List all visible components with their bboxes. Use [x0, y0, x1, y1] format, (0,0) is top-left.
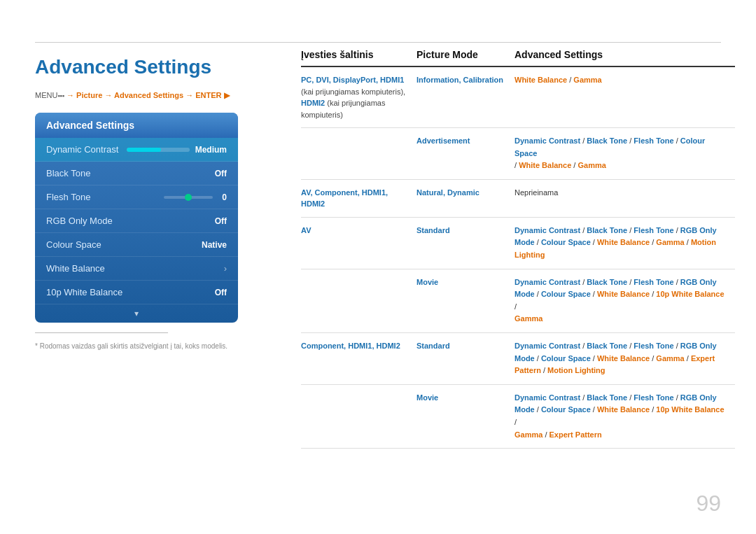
mode-info-calibration: Information, Calibration — [416, 74, 514, 86]
breadcrumb: MENU▪▪▪ → Picture → Advanced Settings → … — [35, 91, 273, 100]
table-row-av-standard: AV Standard Dynamic Contrast / Black Ton… — [301, 218, 735, 269]
settings-component-movie: Dynamic Contrast / Black Tone / Flesh To… — [514, 392, 735, 441]
mode-standard-av: Standard — [416, 225, 514, 237]
contrast-bar-fill — [127, 148, 162, 152]
table-row-advertisement: Advertisement Dynamic Contrast / Black T… — [301, 128, 735, 180]
mode-standard-comp: Standard — [416, 340, 514, 352]
page-number: 99 — [696, 491, 721, 517]
menu-item-white-balance[interactable]: White Balance › — [35, 257, 238, 281]
contrast-bar — [127, 148, 190, 152]
header-source: Įvesties šaltinis — [301, 49, 416, 60]
settings-advertisement: Dynamic Contrast / Black Tone / Flesh To… — [514, 135, 735, 172]
colour-space-value: Native — [202, 240, 227, 250]
mode-natural-dynamic: Natural, Dynamic — [416, 187, 514, 199]
white-balance-label: White Balance — [46, 263, 105, 274]
page-container: Advanced Settings MENU▪▪▪ → Picture → Ad… — [0, 0, 756, 534]
rgb-only-mode-value: Off — [215, 216, 227, 226]
flesh-tone-track — [164, 196, 213, 199]
white-balance-arrow-icon: › — [224, 263, 227, 274]
rgb-only-mode-label: RGB Only Mode — [46, 216, 113, 226]
breadcrumb-path: → Picture → Advanced Settings → ENTER ▶ — [66, 91, 230, 99]
menu-scroll-arrow[interactable]: ▾ — [35, 304, 238, 323]
table-row-pc: PC, DVI, DisplayPort, HDMI1 (kai prijung… — [301, 67, 735, 128]
menu-item-rgb-only-mode[interactable]: RGB Only Mode Off — [35, 209, 238, 233]
table-row-av-component: AV, Component, HDMI1,HDMI2 Natural, Dyna… — [301, 180, 735, 218]
right-column: Įvesties šaltinis Picture Mode Advanced … — [301, 49, 735, 449]
source-av: AV — [301, 225, 416, 237]
black-tone-value: Off — [215, 169, 227, 178]
table-header: Įvesties šaltinis Picture Mode Advanced … — [301, 49, 735, 67]
header-mode: Picture Mode — [416, 49, 514, 60]
flesh-tone-thumb — [185, 194, 192, 201]
settings-av-standard: Dynamic Contrast / Black Tone / Flesh To… — [514, 225, 735, 262]
mode-advertisement: Advertisement — [416, 135, 514, 147]
menu-item-10p-white-balance[interactable]: 10p White Balance Off — [35, 281, 238, 304]
colour-space-label: Colour Space — [46, 239, 102, 250]
menu-item-flesh-tone[interactable]: Flesh Tone 0 — [35, 185, 238, 209]
table-row-component-standard: Component, HDMI1, HDMI2 Standard Dynamic… — [301, 333, 735, 385]
10p-white-balance-label: 10p White Balance — [46, 287, 122, 297]
dynamic-contrast-value: Medium — [195, 145, 227, 155]
source-component: Component, HDMI1, HDMI2 — [301, 340, 416, 352]
mode-movie-av: Movie — [416, 276, 514, 288]
flesh-tone-value: 0 — [217, 192, 227, 202]
dynamic-contrast-label: Dynamic Contrast — [46, 144, 118, 155]
note-text: * Rodomas vaizdas gali skirtis atsižvelg… — [35, 342, 273, 351]
menu-item-colour-space[interactable]: Colour Space Native — [35, 233, 238, 257]
table-row-av-movie: Movie Dynamic Contrast / Black Tone / Fl… — [301, 269, 735, 333]
menu-box-title: Advanced Settings — [35, 113, 238, 138]
left-column: Advanced Settings MENU▪▪▪ → Picture → Ad… — [35, 49, 273, 351]
settings-neprieinama: Neprieinama — [514, 187, 735, 199]
source-av-component: AV, Component, HDMI1,HDMI2 — [301, 187, 416, 210]
page-title: Advanced Settings — [35, 56, 273, 78]
breadcrumb-menu: MENU▪▪▪ — [35, 91, 64, 99]
settings-component-standard: Dynamic Contrast / Black Tone / Flesh To… — [514, 340, 735, 377]
mode-movie-comp: Movie — [416, 392, 514, 404]
black-tone-label: Black Tone — [46, 168, 90, 178]
flesh-tone-label: Flesh Tone — [46, 192, 90, 202]
menu-box: Advanced Settings Dynamic Contrast Mediu… — [35, 113, 238, 323]
settings-pc-info: White Balance / Gamma — [514, 74, 735, 87]
header-settings: Advanced Settings — [514, 49, 735, 60]
10p-white-balance-value: Off — [215, 288, 227, 297]
table-row-component-movie: Movie Dynamic Contrast / Black Tone / Fl… — [301, 385, 735, 449]
menu-item-dynamic-contrast[interactable]: Dynamic Contrast Medium — [35, 138, 238, 162]
source-pc: PC, DVI, DisplayPort, HDMI1 (kai prijung… — [301, 74, 416, 120]
top-rule — [35, 42, 721, 43]
settings-av-movie: Dynamic Contrast / Black Tone / Flesh To… — [514, 276, 735, 325]
menu-item-black-tone[interactable]: Black Tone Off — [35, 162, 238, 185]
left-divider — [35, 332, 168, 333]
